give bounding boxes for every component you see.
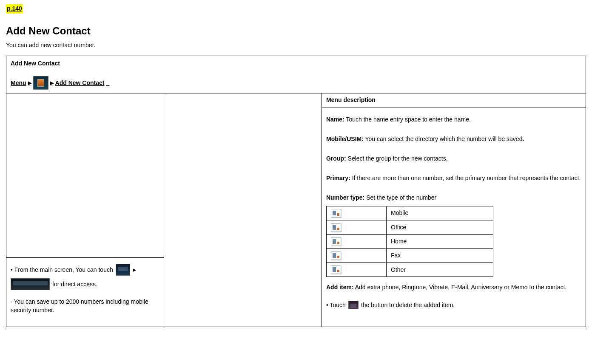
page-title: Add New Contact — [6, 24, 586, 38]
name-label: Name: — [326, 116, 344, 123]
field-number-type: Number type: Set the type of the number — [326, 192, 581, 203]
field-mobile-usim: Mobile/USIM: You can select the director… — [326, 133, 581, 145]
page-number-badge: p.140 — [6, 4, 23, 14]
trailing-space — [106, 79, 109, 87]
nav-title: Add New Contact — [11, 59, 581, 68]
nav-header-cell: Add New Contact Menu ▶ ▶ Add New Contact — [6, 56, 586, 93]
name-text: Touch the name entry space to enter the … — [346, 116, 470, 123]
mobile-type-icon — [331, 209, 341, 217]
group-text: Select the group for the new contacts. — [348, 155, 448, 162]
direct-access-note: • From the main screen, You can touch ▶ … — [11, 264, 159, 290]
content-table: Add New Contact Menu ▶ ▶ Add New Contact — [6, 56, 586, 327]
contacts-app-icon — [33, 76, 48, 90]
field-name: Name: Touch the name entry space to ente… — [326, 113, 581, 125]
table-row: Mobile — [327, 206, 493, 220]
mobile-text: You can select the directory which the n… — [365, 135, 523, 142]
primary-label: Primary: — [326, 175, 350, 181]
table-row: Other — [327, 263, 493, 277]
chevron-right-icon: ▶ — [28, 80, 31, 86]
office-type-icon — [331, 223, 341, 232]
delete-item-icon — [348, 301, 359, 309]
additem-text: Add extra phone, Ringtone, Vibrate, E-Ma… — [355, 284, 567, 291]
trailing-dot: . — [522, 135, 524, 142]
menu-description-heading: Menu description — [322, 93, 586, 107]
screenshot-cell-1 — [6, 93, 164, 258]
table-row: Office — [327, 220, 493, 234]
type-label-cell: Office — [387, 220, 493, 234]
type-icon-cell — [327, 248, 387, 262]
type-label-cell: Other — [387, 263, 493, 277]
desc-inner-table: Menu description Name: Touch the name en… — [322, 93, 586, 316]
numtype-label: Number type: — [326, 194, 364, 201]
screenshot-cell-2 — [164, 93, 322, 327]
home-type-icon — [331, 237, 341, 246]
menu-description-body: Name: Touch the name entry space to ente… — [322, 107, 586, 316]
quick-icon-1 — [116, 264, 130, 276]
field-primary: Primary: If there are more than one numb… — [326, 172, 581, 184]
menu-label: Menu — [11, 79, 26, 87]
chevron-right-icon: ▶ — [50, 80, 54, 86]
description-cell: Menu description Name: Touch the name en… — [322, 93, 586, 327]
type-label-cell: Fax — [387, 248, 493, 262]
primary-text: If there are more than one number, set t… — [352, 175, 581, 181]
note1-text-a: • From the main screen, You can touch — [11, 266, 113, 274]
additem-label: Add item: — [326, 284, 354, 291]
number-type-table: Mobile Office Home — [326, 206, 493, 277]
fax-type-icon — [331, 251, 341, 260]
other-type-icon — [331, 265, 341, 274]
capacity-note: · You can save up to 2000 numbers includ… — [11, 298, 159, 314]
chevron-right-icon: ▶ — [133, 267, 136, 273]
type-icon-cell — [327, 220, 387, 234]
table-row: Fax — [327, 248, 493, 262]
field-group: Group: Select the group for the new cont… — [326, 152, 581, 164]
field-add-item: Add item: Add extra phone, Ringtone, Vib… — [326, 281, 581, 293]
numtype-text: Set the type of the number — [366, 194, 436, 201]
breadcrumb: Menu ▶ ▶ Add New Contact — [11, 76, 581, 90]
notes-cell: • From the main screen, You can touch ▶ … — [6, 258, 164, 327]
type-label-cell: Home — [387, 234, 493, 248]
group-label: Group: — [326, 155, 346, 162]
table-row: Home — [327, 234, 493, 248]
nav-tail: Add New Contact — [55, 79, 105, 87]
type-icon-cell — [327, 206, 387, 220]
delete-item-note: • Touch the button to delete the added i… — [326, 301, 581, 309]
type-label-cell: Mobile — [387, 206, 493, 220]
quick-icon-2 — [11, 278, 50, 290]
type-icon-cell — [327, 234, 387, 248]
mobile-label: Mobile/USIM: — [326, 135, 364, 142]
type-icon-cell — [327, 263, 387, 277]
intro-text: You can add new contact number. — [6, 41, 586, 50]
touch-text-b: the button to delete the added item. — [361, 301, 455, 310]
touch-text-a: • Touch — [326, 301, 346, 310]
note1-text-b: for direct access. — [52, 280, 97, 289]
